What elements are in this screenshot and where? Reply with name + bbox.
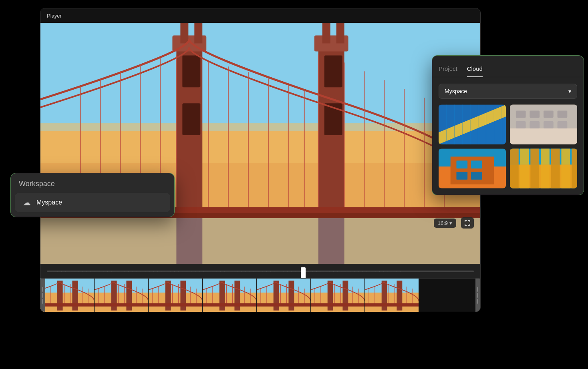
workspace-panel: Workspace ☁ Myspace — [10, 173, 175, 217]
player-titlebar: Player — [40, 8, 480, 23]
fullscreen-button[interactable] — [461, 217, 474, 229]
svg-rect-79 — [203, 293, 256, 312]
svg-rect-138 — [544, 110, 554, 118]
scrubber-bar[interactable]: · · · · · · · · · · · · · · · · · · · · … — [40, 264, 480, 278]
thumb-building-2-svg — [510, 104, 577, 144]
filmstrip-frame — [257, 279, 311, 312]
filmstrip[interactable] — [40, 278, 480, 312]
tab-project-label: Project — [439, 65, 457, 72]
svg-rect-121 — [365, 303, 419, 307]
filmstrip-frame — [203, 279, 257, 312]
cloud-icon: ☁ — [23, 198, 31, 207]
svg-rect-46 — [40, 293, 94, 312]
svg-rect-57 — [95, 293, 148, 312]
svg-rect-36 — [40, 218, 480, 264]
scene: Player — [0, 0, 588, 369]
frame-bridge-svg — [95, 279, 148, 312]
svg-rect-11 — [322, 23, 330, 43]
tab-cloud-label: Cloud — [467, 65, 483, 72]
cloud-thumbnail-3[interactable] — [439, 148, 506, 189]
svg-rect-140 — [516, 121, 526, 128]
svg-rect-137 — [530, 110, 540, 118]
tab-cloud[interactable]: Cloud — [467, 62, 483, 77]
cloud-thumbnail-2[interactable] — [510, 104, 577, 144]
filmstrip-frame — [95, 279, 149, 312]
bridge-svg — [40, 23, 480, 264]
player-video[interactable]: 16:9 ▾ — [40, 23, 480, 264]
player-controls: 16:9 ▾ — [434, 217, 474, 229]
handle-line — [42, 299, 43, 304]
svg-rect-55 — [40, 303, 94, 307]
player-window: Player — [40, 8, 481, 312]
thumb-building-4-svg — [510, 148, 577, 189]
svg-rect-6 — [194, 23, 202, 43]
svg-rect-0 — [40, 23, 480, 139]
cloud-panel-body: Myspace ▾ — [432, 77, 584, 195]
player-timeline: · · · · · · · · · · · · · · · · · · · · … — [40, 264, 480, 312]
svg-rect-148 — [456, 160, 467, 168]
workspace-title: Workspace — [11, 173, 174, 193]
fullscreen-icon — [464, 220, 471, 226]
svg-rect-7 — [182, 55, 200, 87]
handle-line — [42, 287, 43, 292]
svg-rect-13 — [324, 55, 342, 87]
scrubber-track[interactable]: · · · · · · · · · · · · · · · · · · · · … — [47, 271, 474, 272]
svg-rect-163 — [520, 149, 529, 165]
svg-rect-42 — [465, 224, 465, 226]
svg-rect-8 — [182, 103, 200, 135]
svg-rect-68 — [149, 293, 202, 312]
svg-rect-44 — [469, 224, 470, 226]
cloud-panel-tabs: Project Cloud — [432, 56, 584, 77]
svg-rect-112 — [365, 293, 419, 312]
svg-rect-5 — [180, 23, 188, 43]
svg-rect-150 — [456, 172, 467, 180]
player-title: Player — [47, 13, 62, 19]
svg-rect-101 — [311, 293, 364, 312]
svg-rect-77 — [149, 303, 202, 307]
filmstrip-handle-left[interactable] — [40, 279, 45, 312]
svg-rect-12 — [336, 23, 344, 43]
aspect-ratio-label: 16:9 — [438, 220, 448, 226]
filmstrip-frame — [311, 279, 365, 312]
svg-rect-151 — [471, 172, 482, 180]
thumb-building-3-svg — [439, 148, 506, 189]
svg-rect-142 — [544, 121, 554, 128]
scrubber-playhead[interactable] — [301, 267, 306, 279]
svg-rect-165 — [541, 149, 550, 165]
handle-line — [477, 299, 478, 304]
filmstrip-frame — [365, 279, 419, 312]
filmstrip-frame — [40, 279, 95, 312]
frame-bridge-svg — [257, 279, 310, 312]
frame-bridge-svg — [311, 279, 364, 312]
svg-rect-141 — [530, 121, 540, 128]
svg-rect-143 — [558, 121, 568, 128]
frame-bridge-svg — [149, 279, 202, 312]
workspace-item-label: Myspace — [36, 199, 62, 206]
cloud-thumbnail-1[interactable] — [439, 104, 506, 144]
frame-bridge-svg — [40, 279, 94, 312]
svg-rect-167 — [561, 149, 570, 165]
chevron-down-icon: ▾ — [568, 88, 571, 94]
cloud-workspace-dropdown[interactable]: Myspace ▾ — [439, 84, 577, 99]
handle-line — [477, 287, 478, 292]
filmstrip-handle-right[interactable] — [475, 279, 480, 312]
cloud-thumbnail-4[interactable] — [510, 148, 577, 189]
frame-bridge-svg — [203, 279, 256, 312]
aspect-ratio-chevron: ▾ — [449, 220, 452, 226]
tab-project[interactable]: Project — [439, 62, 457, 77]
svg-rect-144 — [510, 128, 577, 144]
svg-rect-164 — [530, 149, 539, 165]
svg-rect-38 — [465, 220, 465, 222]
workspace-myspace-item[interactable]: ☁ Myspace — [15, 193, 170, 212]
filmstrip-frame — [149, 279, 203, 312]
handle-line — [42, 293, 43, 298]
svg-rect-66 — [95, 303, 148, 307]
svg-rect-88 — [203, 303, 256, 307]
cloud-dropdown-value: Myspace — [445, 88, 467, 94]
aspect-ratio-button[interactable]: 16:9 ▾ — [434, 219, 456, 228]
thumb-building-1-svg — [439, 104, 506, 144]
svg-rect-162 — [510, 149, 519, 165]
cloud-image-grid — [439, 104, 577, 189]
frame-bridge-svg — [365, 279, 419, 312]
svg-rect-99 — [257, 303, 310, 307]
